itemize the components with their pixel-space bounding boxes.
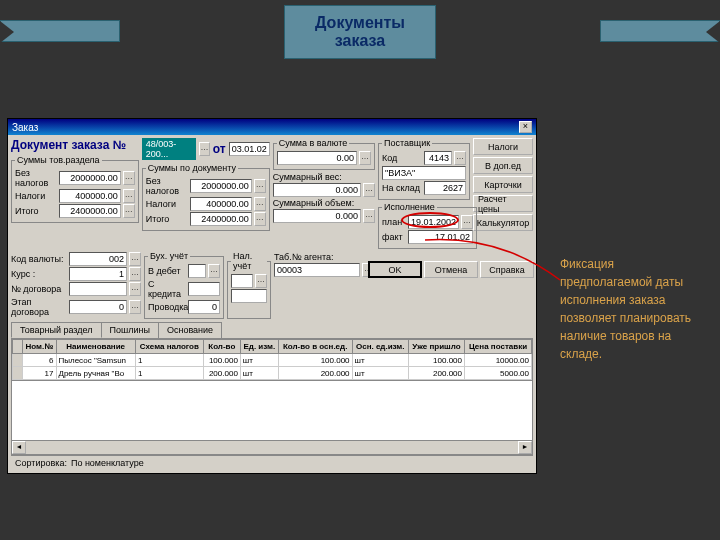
table-row[interactable]: 6Пылесос "Samsun1100.000шт100.000шт100.0… [13,354,532,367]
banner-line1: Документы [315,14,405,32]
sum-total[interactable]: 2400000.00 [59,204,121,218]
currency-sum: Сумма в валюте 0.00… [273,138,375,170]
window-title: Заказ [12,122,38,133]
ellipsis-button[interactable]: … [123,171,135,185]
ellipsis-button[interactable]: … [461,215,473,229]
scroll-left-icon[interactable]: ◄ [12,441,26,454]
ellipsis-button[interactable]: … [454,151,466,165]
ellipsis-button[interactable]: … [129,252,141,266]
tab-duties[interactable]: Пошлины [101,322,159,338]
banner-line2: заказа [315,32,405,50]
close-icon[interactable]: × [519,121,532,133]
cards-button[interactable]: Карточки [473,176,533,193]
sum-no-tax[interactable]: 2000000.00 [59,171,121,185]
ellipsis-button[interactable]: … [359,151,371,165]
ellipsis-button[interactable]: … [208,264,220,278]
data-grid[interactable]: Ном.№ Наименование Схема налогов Кол-во … [11,338,533,381]
titlebar: Заказ × [8,119,536,135]
sum-tax[interactable]: 400000.00 [59,189,121,203]
ellipsis-button[interactable]: … [123,204,135,218]
ellipsis-button[interactable]: … [129,282,141,296]
horizontal-scrollbar[interactable]: ◄ ► [11,441,533,455]
ellipsis-button[interactable]: … [199,142,210,156]
cancel-button[interactable]: Отмена [424,261,478,278]
banner: Документы заказа [0,5,720,59]
fact-date-field[interactable]: 17.01.02 [408,230,473,244]
tab-basis[interactable]: Основание [158,322,222,338]
tab-goods[interactable]: Товарный раздел [11,322,102,338]
scroll-right-icon[interactable]: ► [518,441,532,454]
sort-label: Сортировка: [15,458,67,468]
accounting-box: Бух. учёт В дебет… С кредита Проводка0 [144,251,224,319]
ellipsis-button[interactable]: … [123,189,135,203]
execution-box: Исполнение план19.01.2002… факт17.01.02 [378,202,477,249]
taxes-button[interactable]: Налоги [473,138,533,155]
supplier-box: Поставщик Код4143… "ВИЗА" На склад2627 [378,138,470,200]
ellipsis-button[interactable]: … [254,197,266,211]
ellipsis-button[interactable]: … [254,179,266,193]
annotation-text: Фиксация предполагаемой даты исполнения … [560,255,705,363]
order-window: Заказ × Документ заказа № Суммы тов.разд… [7,118,537,474]
tax-acc-box: Нал. учёт … [227,251,271,319]
ellipsis-button[interactable]: … [254,212,266,226]
ellipsis-button[interactable]: … [129,300,141,314]
help-button[interactable]: Справка [480,261,534,278]
calculator-button[interactable]: Калькулятор [473,214,533,231]
plan-date-field[interactable]: 19.01.2002 [408,215,459,229]
doc-number-field[interactable]: 48/003-200... [142,138,196,160]
tab-strip: Товарный раздел Пошлины Основание [11,322,533,338]
add-units-button[interactable]: В доп.ед [473,157,533,174]
ellipsis-button[interactable]: … [129,267,141,281]
ellipsis-button[interactable]: … [363,209,375,223]
ellipsis-button[interactable]: … [255,274,267,288]
doc-date-field[interactable]: 03.01.02 [229,142,270,156]
table-row[interactable]: 17Дрель ручная "Во1200.000шт200.000шт200… [13,367,532,380]
from-label: от [213,142,226,156]
sums-doc: Суммы по документу Без налогов2000000.00… [142,163,270,231]
sums-section: Суммы тов.раздела Без налогов2000000.00…… [11,155,139,223]
grid-empty-area [11,381,533,441]
calc-price-button[interactable]: Расчет цены [473,195,533,212]
doc-header-label: Документ заказа № [11,138,126,152]
ellipsis-button[interactable]: … [363,183,375,197]
ok-button[interactable]: OK [368,261,422,278]
sort-value[interactable]: По номенклатуре [71,458,144,468]
